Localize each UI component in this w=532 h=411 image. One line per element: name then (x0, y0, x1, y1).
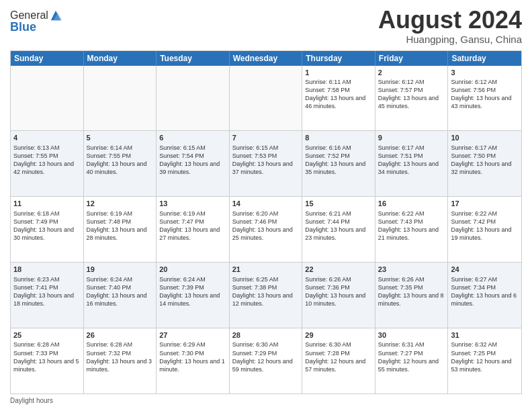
day-number: 21 (232, 265, 300, 274)
calendar-header: SundayMondayTuesdayWednesdayThursdayFrid… (11, 51, 521, 66)
day-number: 22 (305, 265, 372, 274)
cal-cell: 5Sunrise: 6:14 AM Sunset: 7:55 PM Daylig… (84, 131, 157, 196)
cal-cell: 19Sunrise: 6:24 AM Sunset: 7:40 PM Dayli… (84, 263, 157, 328)
cal-header-day: Thursday (302, 51, 375, 66)
cal-cell: 17Sunrise: 6:22 AM Sunset: 7:42 PM Dayli… (448, 197, 521, 262)
day-info: Sunrise: 6:15 AM Sunset: 7:53 PM Dayligh… (232, 144, 300, 177)
day-number: 12 (87, 199, 154, 208)
cal-header-day: Tuesday (157, 51, 230, 66)
day-number: 4 (13, 133, 81, 142)
day-info: Sunrise: 6:28 AM Sunset: 7:33 PM Dayligh… (13, 340, 81, 373)
day-info: Sunrise: 6:22 AM Sunset: 7:42 PM Dayligh… (451, 210, 519, 242)
main-title: August 2024 (378, 7, 522, 34)
day-number: 23 (378, 265, 445, 274)
day-info: Sunrise: 6:18 AM Sunset: 7:49 PM Dayligh… (13, 210, 81, 242)
day-number: 20 (159, 265, 226, 274)
day-number: 1 (305, 68, 372, 77)
cal-cell: 27Sunrise: 6:29 AM Sunset: 7:30 PM Dayli… (157, 328, 230, 394)
day-info: Sunrise: 6:29 AM Sunset: 7:30 PM Dayligh… (159, 340, 226, 373)
cal-cell: 25Sunrise: 6:28 AM Sunset: 7:33 PM Dayli… (11, 328, 84, 394)
day-info: Sunrise: 6:31 AM Sunset: 7:27 PM Dayligh… (378, 340, 445, 373)
day-info: Sunrise: 6:32 AM Sunset: 7:25 PM Dayligh… (451, 340, 519, 373)
cal-cell: 29Sunrise: 6:30 AM Sunset: 7:28 PM Dayli… (302, 328, 375, 394)
cal-row: 25Sunrise: 6:28 AM Sunset: 7:33 PM Dayli… (11, 328, 521, 394)
day-number: 14 (232, 199, 300, 208)
day-info: Sunrise: 6:20 AM Sunset: 7:46 PM Dayligh… (232, 210, 300, 242)
day-number: 15 (305, 199, 372, 208)
calendar: SundayMondayTuesdayWednesdayThursdayFrid… (10, 50, 522, 394)
cal-cell: 26Sunrise: 6:28 AM Sunset: 7:32 PM Dayli… (84, 328, 157, 394)
day-number: 10 (451, 133, 519, 142)
day-info: Sunrise: 6:28 AM Sunset: 7:32 PM Dayligh… (87, 340, 154, 373)
day-number: 13 (159, 199, 226, 208)
header: General Blue August 2024 Huangping, Gans… (10, 7, 522, 45)
day-info: Sunrise: 6:30 AM Sunset: 7:29 PM Dayligh… (232, 340, 300, 373)
cal-row: 4Sunrise: 6:13 AM Sunset: 7:55 PM Daylig… (11, 131, 521, 197)
cal-header-day: Wednesday (230, 51, 303, 66)
cal-cell (84, 66, 157, 131)
day-info: Sunrise: 6:30 AM Sunset: 7:28 PM Dayligh… (305, 340, 372, 373)
cal-cell: 15Sunrise: 6:21 AM Sunset: 7:44 PM Dayli… (302, 197, 375, 262)
day-info: Sunrise: 6:13 AM Sunset: 7:55 PM Dayligh… (13, 144, 81, 177)
cal-row: 1Sunrise: 6:11 AM Sunset: 7:58 PM Daylig… (11, 66, 521, 132)
day-number: 24 (451, 265, 519, 274)
day-info: Sunrise: 6:27 AM Sunset: 7:34 PM Dayligh… (451, 275, 519, 308)
day-number: 29 (305, 330, 372, 340)
day-number: 27 (159, 330, 226, 340)
day-number: 26 (87, 330, 154, 340)
day-info: Sunrise: 6:22 AM Sunset: 7:43 PM Dayligh… (378, 210, 445, 242)
day-number: 16 (378, 199, 445, 208)
logo-icon (50, 9, 62, 21)
cal-row: 18Sunrise: 6:23 AM Sunset: 7:41 PM Dayli… (11, 263, 521, 328)
cal-cell: 11Sunrise: 6:18 AM Sunset: 7:49 PM Dayli… (11, 197, 84, 262)
cal-cell (157, 66, 230, 131)
cal-cell: 18Sunrise: 6:23 AM Sunset: 7:41 PM Dayli… (11, 263, 84, 328)
day-info: Sunrise: 6:12 AM Sunset: 7:57 PM Dayligh… (378, 78, 445, 111)
day-number: 11 (13, 199, 81, 208)
day-info: Sunrise: 6:15 AM Sunset: 7:54 PM Dayligh… (159, 144, 226, 177)
logo-blue-text: Blue (10, 20, 62, 34)
page: General Blue August 2024 Huangping, Gans… (0, 0, 532, 411)
cal-cell: 2Sunrise: 6:12 AM Sunset: 7:57 PM Daylig… (375, 66, 449, 131)
day-info: Sunrise: 6:19 AM Sunset: 7:48 PM Dayligh… (87, 210, 154, 242)
day-number: 25 (13, 330, 81, 340)
subtitle: Huangping, Gansu, China (378, 34, 522, 45)
cal-cell: 9Sunrise: 6:17 AM Sunset: 7:51 PM Daylig… (375, 131, 449, 196)
day-number: 9 (378, 133, 445, 142)
day-number: 5 (87, 133, 154, 142)
day-info: Sunrise: 6:23 AM Sunset: 7:41 PM Dayligh… (13, 275, 81, 308)
cal-cell: 12Sunrise: 6:19 AM Sunset: 7:48 PM Dayli… (84, 197, 157, 262)
day-number: 7 (232, 133, 300, 142)
day-info: Sunrise: 6:12 AM Sunset: 7:56 PM Dayligh… (451, 78, 519, 111)
cal-cell: 10Sunrise: 6:17 AM Sunset: 7:50 PM Dayli… (448, 131, 521, 196)
day-number: 19 (87, 265, 154, 274)
logo: General Blue (10, 9, 62, 34)
day-number: 6 (159, 133, 226, 142)
day-number: 8 (305, 133, 372, 142)
footer-note: Daylight hours (10, 397, 522, 404)
cal-cell: 1Sunrise: 6:11 AM Sunset: 7:58 PM Daylig… (302, 66, 375, 131)
day-info: Sunrise: 6:21 AM Sunset: 7:44 PM Dayligh… (305, 210, 372, 242)
day-info: Sunrise: 6:19 AM Sunset: 7:47 PM Dayligh… (159, 210, 226, 242)
day-info: Sunrise: 6:25 AM Sunset: 7:38 PM Dayligh… (232, 275, 300, 308)
cal-cell: 24Sunrise: 6:27 AM Sunset: 7:34 PM Dayli… (448, 263, 521, 328)
day-number: 17 (451, 199, 519, 208)
day-info: Sunrise: 6:26 AM Sunset: 7:35 PM Dayligh… (378, 275, 445, 308)
cal-cell: 3Sunrise: 6:12 AM Sunset: 7:56 PM Daylig… (448, 66, 521, 131)
day-info: Sunrise: 6:14 AM Sunset: 7:55 PM Dayligh… (87, 144, 154, 177)
day-number: 30 (378, 330, 445, 340)
cal-cell: 13Sunrise: 6:19 AM Sunset: 7:47 PM Dayli… (157, 197, 230, 262)
cal-cell: 16Sunrise: 6:22 AM Sunset: 7:43 PM Dayli… (375, 197, 449, 262)
cal-cell: 7Sunrise: 6:15 AM Sunset: 7:53 PM Daylig… (230, 131, 303, 196)
calendar-body: 1Sunrise: 6:11 AM Sunset: 7:58 PM Daylig… (11, 66, 521, 394)
day-info: Sunrise: 6:24 AM Sunset: 7:40 PM Dayligh… (87, 275, 154, 308)
day-number: 31 (451, 330, 519, 340)
day-info: Sunrise: 6:16 AM Sunset: 7:52 PM Dayligh… (305, 144, 372, 177)
cal-header-day: Monday (84, 51, 157, 66)
cal-cell: 6Sunrise: 6:15 AM Sunset: 7:54 PM Daylig… (157, 131, 230, 196)
cal-cell (230, 66, 303, 131)
day-number: 28 (232, 330, 300, 340)
cal-cell: 14Sunrise: 6:20 AM Sunset: 7:46 PM Dayli… (230, 197, 303, 262)
cal-cell (11, 66, 84, 131)
cal-cell: 23Sunrise: 6:26 AM Sunset: 7:35 PM Dayli… (375, 263, 449, 328)
